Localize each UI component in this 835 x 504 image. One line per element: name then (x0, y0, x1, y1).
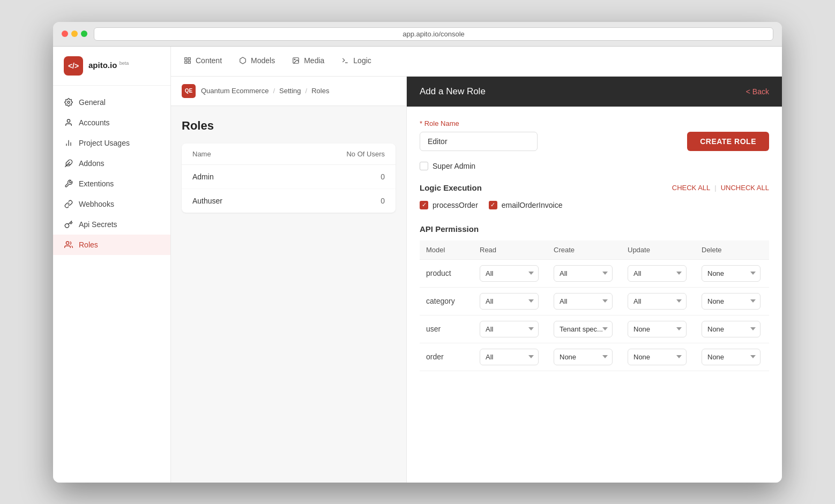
perm-delete-order: AllNoneTenant spec...Own (695, 343, 769, 371)
perm-select-delete-user[interactable]: AllNoneTenant spec...Own (702, 321, 761, 337)
perm-select-delete-order[interactable]: AllNoneTenant spec...Own (702, 349, 761, 365)
tab-content[interactable]: Content (184, 47, 222, 76)
perm-create-product: AllNoneTenant spec...Own (547, 260, 621, 288)
sidebar-item-label-project-usages: Project Usages (79, 139, 130, 147)
perm-col-read: Read (473, 240, 547, 260)
perm-select-read-user[interactable]: AllNoneTenant spec...Own (480, 321, 539, 337)
col-header-name: Name (192, 150, 320, 158)
sidebar-item-label-api-secrets: Api Secrets (79, 220, 117, 229)
project-logo: QE (182, 84, 196, 98)
address-bar[interactable]: app.apito.io/console (94, 27, 773, 41)
perm-model-category: category (420, 288, 473, 315)
sidebar-item-accounts[interactable]: Accounts (53, 112, 170, 133)
perm-select-update-category[interactable]: AllNoneTenant spec...Own (628, 293, 687, 310)
super-admin-checkbox[interactable] (420, 162, 428, 170)
create-role-button[interactable]: CREATE ROLE (687, 132, 769, 151)
process-order-checkbox[interactable] (420, 201, 428, 209)
sidebar-item-general[interactable]: General (53, 92, 170, 112)
sidebar-item-webhooks[interactable]: Webhooks (53, 194, 170, 214)
perm-table-row: categoryAllNoneTenant spec...OwnAllNoneT… (420, 288, 769, 315)
row-users-admin: 0 (320, 172, 385, 181)
grid-icon (184, 57, 191, 64)
svg-point-7 (66, 242, 69, 244)
logic-item-process-order: processOrder (420, 201, 478, 209)
middle-section: QE Quantum Ecommerce / Setting / Roles R… (171, 77, 782, 483)
perm-col-model: Model (420, 240, 473, 260)
perm-select-update-order[interactable]: AllNoneTenant spec...Own (628, 349, 687, 365)
perm-select-delete-product[interactable]: AllNoneTenant spec...Own (702, 265, 761, 282)
breadcrumb-project: Quantum Ecommerce (201, 87, 269, 95)
perm-read-order: AllNoneTenant spec...Own (473, 343, 547, 371)
roles-title: Roles (182, 119, 396, 133)
sidebar-item-roles[interactable]: Roles (53, 235, 170, 255)
perm-col-update: Update (621, 240, 695, 260)
sidebar-item-extensions[interactable]: Extentions (53, 174, 170, 194)
check-divider: | (714, 184, 716, 192)
tab-logic-label: Logic (353, 56, 371, 65)
perm-col-create: Create (547, 240, 621, 260)
traffic-light-green[interactable] (81, 31, 87, 37)
perm-model-order: order (420, 343, 473, 371)
role-name-input[interactable] (420, 132, 538, 151)
tab-logic[interactable]: Logic (341, 47, 371, 76)
perm-create-category: AllNoneTenant spec...Own (547, 288, 621, 315)
back-button[interactable]: < Back (746, 87, 769, 96)
svg-rect-11 (185, 61, 187, 63)
uncheck-all-link[interactable]: UNCHECK ALL (721, 184, 769, 192)
perm-model-product: product (420, 260, 473, 288)
perm-select-create-order[interactable]: AllNoneTenant spec...Own (554, 349, 613, 365)
traffic-light-red[interactable] (62, 31, 68, 37)
table-header: Name No Of Users (182, 144, 396, 165)
traffic-lights (62, 31, 87, 37)
perm-model-user: user (420, 315, 473, 343)
perm-read-user: AllNoneTenant spec...Own (473, 315, 547, 343)
perm-update-category: AllNoneTenant spec...Own (621, 288, 695, 315)
col-header-users: No Of Users (320, 150, 385, 158)
tab-models[interactable]: Models (239, 47, 275, 76)
perm-select-read-product[interactable]: AllNoneTenant spec...Own (480, 265, 539, 282)
tab-content-label: Content (196, 56, 222, 65)
sidebar-item-api-secrets[interactable]: Api Secrets (53, 214, 170, 235)
logo-text: apito.io beta (88, 61, 129, 70)
logic-execution-title: Logic Execution (420, 183, 482, 192)
perm-select-read-category[interactable]: AllNoneTenant spec...Own (480, 293, 539, 310)
perm-select-delete-category[interactable]: AllNoneTenant spec...Own (702, 293, 761, 310)
sidebar-item-label-roles: Roles (79, 240, 98, 249)
perm-update-product: AllNoneTenant spec...Own (621, 260, 695, 288)
traffic-light-yellow[interactable] (71, 31, 78, 37)
key-icon (64, 220, 73, 229)
sidebar-item-label-extensions: Extentions (79, 179, 114, 188)
sidebar-item-label-webhooks: Webhooks (79, 200, 114, 208)
sidebar-item-addons[interactable]: Addons (53, 153, 170, 174)
perm-select-create-user[interactable]: AllNoneTenant spec...Own (554, 321, 613, 337)
gear-icon (64, 97, 73, 107)
wrench-icon (64, 179, 73, 189)
table-row[interactable]: Admin 0 (182, 165, 396, 189)
permissions-table: Model Read Create Update Delete productA… (420, 240, 769, 371)
breadcrumb-section: Setting (279, 87, 301, 95)
svg-rect-8 (185, 58, 187, 60)
roles-content: Roles Name No Of Users Admin 0 (171, 106, 406, 225)
perm-select-create-product[interactable]: AllNoneTenant spec...Own (554, 265, 613, 282)
perm-select-update-user[interactable]: AllNoneTenant spec...Own (628, 321, 687, 337)
perm-select-create-category[interactable]: AllNoneTenant spec...Own (554, 293, 613, 310)
email-order-invoice-checkbox[interactable] (489, 201, 497, 209)
tab-models-label: Models (251, 56, 275, 65)
perm-delete-product: AllNoneTenant spec...Own (695, 260, 769, 288)
check-all-link[interactable]: CHECK ALL (672, 184, 711, 192)
check-links: CHECK ALL | UNCHECK ALL (672, 184, 769, 192)
perm-select-read-order[interactable]: AllNoneTenant spec...Own (480, 349, 539, 365)
svg-point-0 (68, 101, 70, 103)
api-permission-title: API Permission (420, 224, 479, 234)
tab-media[interactable]: Media (292, 47, 324, 76)
row-name-admin: Admin (192, 172, 320, 181)
logo-icon: </> (64, 56, 83, 76)
tab-media-label: Media (304, 56, 324, 65)
perm-table-header-row: Model Read Create Update Delete (420, 240, 769, 260)
sidebar-item-project-usages[interactable]: Project Usages (53, 133, 170, 153)
perm-read-product: AllNoneTenant spec...Own (473, 260, 547, 288)
perm-select-update-product[interactable]: AllNoneTenant spec...Own (628, 265, 687, 282)
logic-items: processOrder emailOrderInvoice (420, 201, 769, 209)
perm-update-order: AllNoneTenant spec...Own (621, 343, 695, 371)
table-row[interactable]: Authuser 0 (182, 189, 396, 213)
